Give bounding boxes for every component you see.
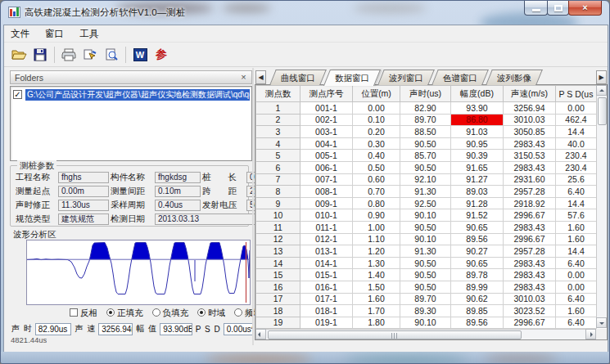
column-header: 幅度(dB) <box>451 86 504 102</box>
maximize-icon <box>554 5 563 11</box>
scroll-left-button[interactable] <box>255 329 266 339</box>
word-export-button[interactable]: W <box>129 45 151 65</box>
table-cell: 1.20 <box>353 245 400 258</box>
param-field[interactable]: fhgkdsg <box>155 172 201 183</box>
table-cell: 0.80 <box>353 197 400 209</box>
table-row[interactable]: 5005-10.4085.7090.393150.53230.4 <box>256 150 597 162</box>
tab-4[interactable]: 色谱窗口 <box>432 70 489 85</box>
maximize-button[interactable] <box>547 1 569 16</box>
save-button[interactable] <box>29 45 51 65</box>
horizontal-scroll-thumb[interactable] <box>268 330 522 339</box>
table-cell: 16 <box>256 281 300 293</box>
table-row[interactable]: 15015-11.4090.5089.782983.430.00 <box>256 269 597 281</box>
table-row[interactable]: 7007-10.6092.1091.272931.6025.6 <box>256 173 597 186</box>
invert-checkbox[interactable]: 反相 <box>70 308 97 319</box>
table-row[interactable]: 6006-10.5090.5091.652983.43230.4 <box>256 161 597 173</box>
param-field[interactable]: 11.30us <box>58 200 109 211</box>
table-row[interactable]: 9009-10.8092.5091.282918.9214.4 <box>256 197 597 209</box>
horizontal-scrollbar[interactable] <box>255 329 596 339</box>
table-cell: 2983.43 <box>504 161 556 173</box>
table-row[interactable]: 4004-10.3090.5090.952983.4340.0 <box>256 137 597 150</box>
table-cell: 8 <box>256 186 300 198</box>
column-header: 声速(m/s) <box>504 86 556 102</box>
scroll-up-button[interactable] <box>596 85 607 96</box>
radio-fill-negative[interactable]: 负填充 <box>152 308 189 319</box>
folder-item[interactable]: ✓G:\公司产品设计开发\超声仪器\超声仪实地检测数据调试\qd\qd03\qd… <box>11 88 251 101</box>
table-row[interactable]: 17017-11.6089.7090.623010.036.40 <box>256 293 597 305</box>
table-cell: 6.40 <box>556 293 597 305</box>
minimize-button[interactable] <box>524 1 548 16</box>
table-cell: 91.03 <box>451 126 504 138</box>
close-button[interactable]: × <box>568 1 602 16</box>
table-cell: 1.10 <box>353 233 400 245</box>
tab-1[interactable]: 曲线窗口 <box>269 70 327 85</box>
tab-scroll-right-button[interactable]: ▶ <box>596 70 607 84</box>
param-field[interactable]: 建筑规范 <box>58 213 109 225</box>
tab-3[interactable]: 波列窗口 <box>377 70 435 85</box>
table-cell: 92.50 <box>400 197 451 209</box>
table-cell: 2983.43 <box>504 137 556 150</box>
table-row[interactable]: 13013-11.2091.3090.272957.2814.4 <box>256 245 597 258</box>
param-field[interactable]: 0.40us <box>155 200 201 211</box>
table-cell: 0.70 <box>353 186 400 198</box>
param-label: 声时修正 <box>16 200 56 211</box>
scroll-down-button[interactable] <box>596 317 607 328</box>
menu-file[interactable]: 文件 <box>4 25 36 40</box>
psd-field[interactable]: 0.00us^2/m <box>224 323 254 335</box>
folders-panel-header: Folders × <box>10 70 252 84</box>
table-row[interactable]: 3003-10.2088.5091.033050.8514.4 <box>256 126 597 138</box>
sound-time-field[interactable]: 82.90us <box>35 323 72 335</box>
preview-button[interactable] <box>101 45 122 65</box>
radio-fill-positive[interactable]: 正填充 <box>106 308 143 319</box>
table-row[interactable]: 18018-11.7089.3089.853023.521.60 <box>256 305 597 317</box>
table-cell: 0.30 <box>353 137 400 150</box>
table-cell: 92.10 <box>400 173 451 186</box>
tab-scroll-left-button[interactable]: ◀ <box>255 70 266 84</box>
amplitude-field[interactable]: 93.90dB <box>160 323 192 335</box>
parameters-button[interactable]: 参 <box>151 45 172 65</box>
param-field[interactable]: 0.10m <box>155 186 201 197</box>
table-cell: 230.4 <box>556 150 597 162</box>
table-cell: 007-1 <box>300 173 353 186</box>
title-bar[interactable]: 高铁建混凝土检测分析软件V1.0—测桩 × <box>1 1 609 25</box>
menu-window[interactable]: 窗口 <box>38 25 70 40</box>
table-row[interactable]: 11011-11.0090.5090.652983.431.60 <box>256 221 597 233</box>
table-row[interactable]: 8008-10.7091.3089.032957.286.40 <box>256 186 597 198</box>
export-button[interactable] <box>79 45 101 65</box>
checkbox-icon[interactable]: ✓ <box>13 90 22 99</box>
tab-5[interactable]: 波列影像 <box>486 70 543 85</box>
panel-splitter[interactable] <box>252 68 254 345</box>
table-cell: 90.50 <box>400 161 451 173</box>
glass-smudge <box>206 355 312 363</box>
vertical-scroll-thumb[interactable] <box>598 97 607 125</box>
table-cell: 82.90 <box>400 102 451 115</box>
table-cell: 19 <box>256 317 300 329</box>
table-row[interactable]: 14014-11.3090.5090.652983.436.40 <box>256 257 597 269</box>
table-row[interactable]: 10010-10.9090.1091.522996.6757.6 <box>256 209 597 222</box>
open-button[interactable] <box>8 45 29 65</box>
sound-velocity-field[interactable]: 3256.94m/s <box>98 323 133 335</box>
table-row[interactable]: 16016-11.5090.5089.992983.430.00 <box>256 281 597 293</box>
radio-time-domain[interactable]: 时域 <box>197 308 225 319</box>
table-cell: 011-1 <box>300 221 353 233</box>
table-cell: 89.70 <box>400 114 451 126</box>
table-row[interactable]: 2002-10.1089.7086.803010.03462.4 <box>256 114 597 126</box>
menu-tools[interactable]: 工具 <box>73 25 105 40</box>
param-field[interactable]: 0.00m <box>58 186 109 197</box>
folders-close-icon[interactable]: × <box>238 72 249 82</box>
table-cell: 13 <box>256 245 300 258</box>
scroll-right-button[interactable] <box>585 329 596 339</box>
folder-list[interactable]: ✓G:\公司产品设计开发\超声仪器\超声仪实地检测数据调试\qd\qd03\qd… <box>10 86 252 161</box>
vertical-scrollbar[interactable] <box>596 85 607 328</box>
table-cell: 91.52 <box>451 209 504 222</box>
tab-2[interactable]: 数据窗口 <box>323 70 381 86</box>
print-button[interactable] <box>58 45 79 65</box>
column-header: 声时(us) <box>400 86 451 102</box>
close-icon: × <box>569 2 601 12</box>
table-row[interactable]: 1001-10.0082.9093.903256.940.00 <box>256 102 597 115</box>
table-cell: 90.50 <box>400 257 451 269</box>
param-field[interactable]: fhghs <box>58 172 109 183</box>
table-row[interactable]: 19019-11.8090.1089.562996.676.40 <box>256 317 597 329</box>
table-row[interactable]: 12012-11.1090.1089.562996.671.60 <box>256 233 597 245</box>
table-body: 1001-10.0082.9093.903256.940.002002-10.1… <box>256 102 597 329</box>
